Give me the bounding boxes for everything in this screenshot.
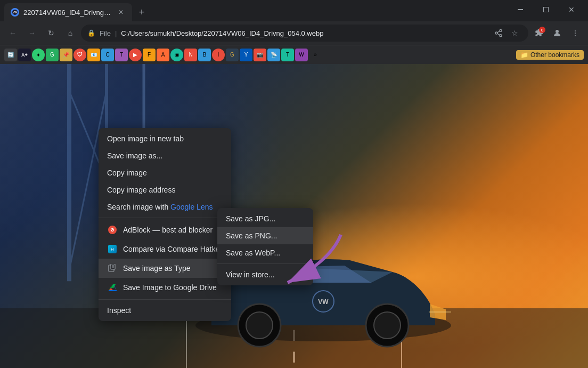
url-actions: ☆ [491,26,522,41]
tab-close-button[interactable]: ✕ [116,7,126,17]
submenu-divider [217,263,313,264]
ext-1[interactable]: 🔄 [4,49,17,61]
window-controls: ✕ [508,2,584,17]
ext-4[interactable]: G [46,49,59,61]
tab-title: 220714VW06_ID4_Drivng_054.0... [23,9,112,17]
menu-item-open-new-tab[interactable]: Open image in new tab [99,130,231,147]
submenu-item-save-png[interactable]: Save as PNG... [217,227,313,244]
menu-item-save-google-drive[interactable]: Save Image to Google Drive [99,278,231,297]
extensions-row: 🔄 A+ ♦ G 📌 🛡 📧 C T ▶ F A ◉ N B I G Y 📷 📡… [4,49,515,61]
url-bar[interactable]: 🔒 File | C:/Users/sumukh/Desktop/220714V… [81,25,528,42]
main-content: VW Open image in new tab Save image as..… [0,64,588,368]
browser-window: VW 220714VW06_ID4_Drivng_054.0... ✕ + ✕ … [0,0,588,368]
minimize-button[interactable] [508,2,533,17]
svg-rect-2 [518,9,523,10]
menu-item-search-google-lens-label: Search image with Google Lens [107,203,213,211]
close-button[interactable]: ✕ [559,2,584,17]
maximize-button[interactable] [534,2,558,17]
menu-item-copy-image[interactable]: Copy image [99,164,231,181]
bookmarks-folder-icon: 📁 [520,51,528,59]
ext-19[interactable]: 📷 [254,49,266,61]
menu-divider-1 [99,218,231,218]
bookmarks-bar: 🔄 A+ ♦ G 📌 🛡 📧 C T ▶ F A ◉ N B I G Y 📷 📡… [0,45,588,64]
menu-item-save-image-as[interactable]: Save image as... [99,147,231,164]
submenu-item-save-png-label: Save as PNG... [226,231,277,240]
menu-item-save-image-as-label: Save image as... [107,151,162,160]
adblock-icon-inner: ⊘ [108,226,117,234]
svg-point-6 [500,35,502,37]
hatke-icon-inner: H [108,245,117,253]
profile-icon[interactable] [549,25,566,42]
menu-item-inspect[interactable]: Inspect [99,302,231,319]
menu-item-compare-hatke[interactable]: H Compare via Compare Hatke [99,239,231,259]
google-lens-text: Google Lens [170,203,213,211]
submenu-item-save-jpg[interactable]: Save as JPG... [217,210,313,227]
context-menu: Open image in new tab Save image as... C… [99,128,231,321]
lock-icon: 🔒 [87,29,95,37]
url-separator: | [115,29,117,37]
ext-2[interactable]: A+ [18,49,31,61]
submenu-item-view-store[interactable]: View in store... [217,266,313,283]
menu-item-inspect-label: Inspect [107,306,131,315]
submenu-item-save-webp-label: Save as WebP... [226,249,280,257]
ext-16[interactable]: I [212,49,225,61]
bookmarks-folder[interactable]: 📁 Other bookmarks [516,50,584,60]
ext-12[interactable]: A [157,49,169,61]
ext-5[interactable]: 📌 [60,49,72,61]
menu-item-copy-image-address[interactable]: Copy image address [99,181,231,198]
ext-21[interactable]: T [281,49,294,61]
menu-item-save-google-drive-label: Save Image to Google Drive [123,283,217,292]
svg-line-8 [497,31,500,33]
svg-point-9 [556,30,559,33]
home-button[interactable]: ⌂ [62,25,79,42]
svg-point-5 [495,32,497,34]
ext-8[interactable]: C [101,49,114,61]
active-tab[interactable]: VW 220714VW06_ID4_Drivng_054.0... ✕ [4,3,132,21]
svg-line-7 [497,34,500,35]
menu-item-save-image-type[interactable]: Save image as Type ▶ [99,259,231,278]
bookmark-star-icon[interactable]: ☆ [507,26,522,41]
svg-text:VW: VW [13,11,17,14]
ext-6[interactable]: 🛡 [74,49,86,61]
new-tab-button[interactable]: + [134,5,149,20]
ext-9[interactable]: T [115,49,128,61]
menu-item-search-google-lens[interactable]: Search image with Google Lens [99,198,231,215]
share-icon[interactable] [491,26,506,41]
extensions-icon[interactable]: 0 [530,25,548,42]
ext-20[interactable]: 📡 [267,49,280,61]
forward-button[interactable]: → [23,25,40,42]
ext-13[interactable]: ◉ [170,49,183,61]
ext-3[interactable]: ♦ [32,49,45,61]
address-bar: ← → ↻ ⌂ 🔒 File | C:/Users/sumukh/Desktop… [0,21,588,45]
ext-15[interactable]: B [198,49,211,61]
submenu-item-view-store-label: View in store... [226,270,275,279]
menu-icon[interactable]: ⋮ [567,25,584,42]
ext-17[interactable]: G [226,49,239,61]
svg-point-20 [246,312,273,339]
menu-item-adblock[interactable]: ⊘ AdBlock — best ad blocker ▶ [99,220,231,239]
title-bar: VW 220714VW06_ID4_Drivng_054.0... ✕ + ✕ [0,0,588,21]
ext-11[interactable]: F [143,49,156,61]
reload-button[interactable]: ↻ [43,25,60,42]
back-button[interactable]: ← [4,25,21,42]
ext-18[interactable]: Y [240,49,252,61]
ext-10[interactable]: ▶ [129,49,142,61]
menu-item-save-image-type-label: Save image as Type [123,264,191,273]
svg-point-22 [374,312,401,339]
svg-point-4 [500,29,502,31]
menu-item-compare-hatke-label: Compare via Compare Hatke [123,245,219,253]
ext-22[interactable]: W [295,49,308,61]
compare-hatke-icon: H [107,244,118,254]
ext-7[interactable]: 📧 [87,49,100,61]
menu-item-copy-image-address-label: Copy image address [107,186,175,194]
toolbar-right: 0 ⋮ [530,25,584,42]
ext-14[interactable]: N [184,49,197,61]
google-drive-icon [107,282,118,293]
extension-badge: 0 [539,27,545,33]
url-path: C:/Users/sumukh/Desktop/220714VW06_ID4_D… [121,29,323,37]
submenu-item-save-jpg-label: Save as JPG... [226,214,275,223]
submenu-item-save-webp[interactable]: Save as WebP... [217,244,313,261]
menu-item-adblock-label: AdBlock — best ad blocker [123,226,213,234]
bookmarks-folder-label: Other bookmarks [530,51,579,59]
ext-23[interactable]: » [309,49,322,61]
